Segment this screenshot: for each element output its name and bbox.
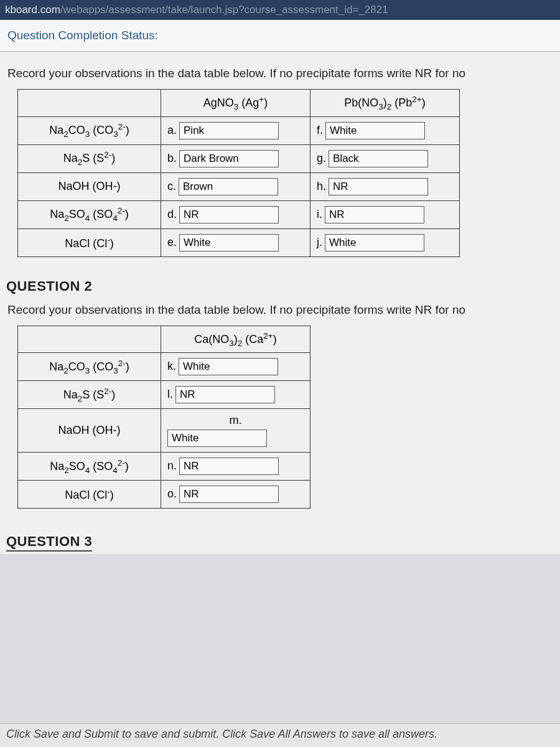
- answer-input[interactable]: [179, 234, 279, 251]
- q2-table: Ca(NO3)2 (Ca2+) Na2CO3 (CO32-)k.Na2S (S2…: [17, 326, 310, 509]
- table-row: Na2S (S2-)b.g.: [18, 144, 460, 172]
- table-row: Na2SO4 (SO42-)n.: [18, 453, 310, 481]
- q2-col1-header: Ca(NO3)2 (Ca2+): [161, 326, 310, 353]
- answer-cell: a.: [161, 116, 310, 144]
- row-label: Na2S (S2-): [18, 381, 161, 409]
- answer-input[interactable]: [167, 430, 267, 447]
- q1-col2-header: Pb(NO3)2 (Pb2+): [310, 90, 460, 117]
- answer-letter: d.: [167, 208, 177, 221]
- footer-hint: Click Save and Submit to save and submit…: [0, 723, 560, 747]
- q2-corner: [18, 326, 161, 353]
- answer-cell: l.: [161, 381, 310, 409]
- answer-letter: k.: [167, 360, 176, 373]
- answer-cell: o.: [161, 481, 310, 509]
- answer-letter: o.: [167, 487, 177, 500]
- answer-letter: h.: [317, 180, 326, 193]
- answer-letter: b.: [167, 152, 177, 165]
- answer-letter: a.: [167, 124, 177, 137]
- table-row: Na2S (S2-)l.: [18, 381, 310, 409]
- answer-cell: e.: [161, 228, 310, 256]
- answer-input[interactable]: [179, 458, 279, 475]
- answer-cell: d.: [161, 200, 310, 228]
- answer-input[interactable]: [175, 386, 275, 403]
- answer-cell: b.: [161, 144, 310, 172]
- row-label: Na2CO3 (CO32-): [18, 353, 161, 381]
- q2-instruction: Record your observations in the data tab…: [7, 303, 554, 317]
- answer-input[interactable]: [179, 178, 278, 195]
- answer-letter: c.: [167, 180, 176, 193]
- table-row: Na2CO3 (CO32-)a.f.: [18, 116, 460, 144]
- row-label: Na2S (S2-): [18, 144, 161, 172]
- table-row: NaOH (OH-)c.h.: [18, 172, 460, 200]
- answer-cell: f.: [310, 116, 460, 144]
- row-label: Na2SO4 (SO42-): [18, 453, 161, 481]
- answer-letter: j.: [317, 236, 322, 249]
- q1-header-row: AgNO3 (Ag+) Pb(NO3)2 (Pb2+): [18, 90, 460, 117]
- answer-cell: i.: [310, 200, 460, 228]
- answer-letter: l.: [167, 388, 173, 401]
- answer-input[interactable]: [179, 486, 279, 503]
- row-label: NaCl (Cl-): [18, 481, 161, 509]
- table-row: Na2CO3 (CO32-)k.: [18, 353, 310, 381]
- table-row: Na2SO4 (SO42-)d.i.: [18, 200, 460, 228]
- q2-header-row: Ca(NO3)2 (Ca2+): [18, 326, 310, 353]
- answer-input[interactable]: [179, 150, 279, 167]
- answer-input[interactable]: [179, 358, 278, 375]
- table-row: NaCl (Cl-)e.j.: [18, 228, 460, 256]
- q3-heading: QUESTION 3: [6, 533, 92, 552]
- answer-input[interactable]: [179, 206, 279, 223]
- content-area: Record your observations in the data tab…: [0, 52, 560, 554]
- answer-cell: n.: [161, 453, 310, 481]
- answer-cell: g.: [310, 144, 460, 172]
- row-label: Na2SO4 (SO42-): [18, 200, 161, 228]
- answer-input[interactable]: [179, 122, 279, 139]
- answer-letter: i.: [317, 208, 322, 221]
- row-label: NaOH (OH-): [18, 409, 161, 453]
- completion-status: Question Completion Status:: [0, 20, 560, 52]
- q1-instruction: Record your observations in the data tab…: [7, 67, 554, 80]
- row-label: NaOH (OH-): [18, 172, 161, 200]
- table-row: NaOH (OH-)m.: [18, 409, 310, 453]
- answer-letter: e.: [167, 236, 177, 249]
- row-label: Na2CO3 (CO32-): [18, 116, 161, 144]
- answer-letter: f.: [317, 124, 323, 137]
- answer-cell: h.: [310, 172, 460, 200]
- table-row: NaCl (Cl-)o.: [18, 481, 310, 509]
- answer-cell: k.: [161, 353, 310, 381]
- answer-input[interactable]: [325, 234, 424, 251]
- q1-table: AgNO3 (Ag+) Pb(NO3)2 (Pb2+) Na2CO3 (CO32…: [17, 89, 460, 257]
- url-domain: kboard.com: [5, 4, 60, 16]
- answer-input[interactable]: [329, 150, 428, 167]
- q1-corner: [18, 90, 161, 117]
- answer-letter: g.: [317, 152, 326, 165]
- url-bar: kboard.com/webapps/assessment/take/launc…: [0, 0, 560, 20]
- answer-input[interactable]: [325, 206, 424, 223]
- answer-cell: m.: [161, 409, 310, 453]
- q1-col1-header: AgNO3 (Ag+): [161, 90, 310, 117]
- answer-letter: m.: [167, 414, 304, 427]
- answer-cell: c.: [161, 172, 310, 200]
- answer-input[interactable]: [325, 122, 425, 139]
- url-path: /webapps/assessment/take/launch.jsp?cour…: [60, 4, 388, 16]
- answer-input[interactable]: [329, 178, 428, 195]
- answer-cell: j.: [310, 228, 460, 256]
- q2-heading: QUESTION 2: [6, 278, 554, 294]
- row-label: NaCl (Cl-): [18, 228, 161, 256]
- answer-letter: n.: [167, 459, 177, 472]
